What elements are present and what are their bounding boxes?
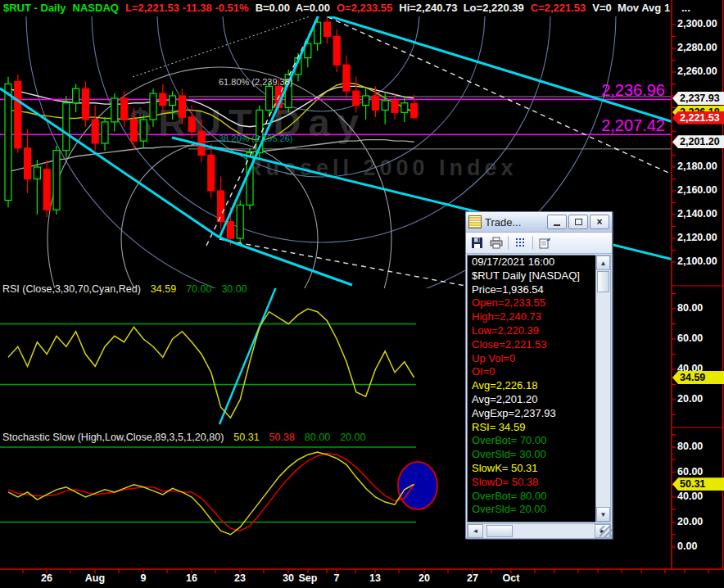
price-axis-label: 2,260.00	[677, 66, 717, 77]
resize-grip[interactable]	[600, 526, 612, 538]
rsi-axis-label: 20.00	[677, 393, 703, 405]
rsi-value-badge: 34.59	[672, 371, 724, 384]
data-window[interactable]: Trade... ×	[465, 211, 613, 539]
time-axis-label-oct: Oct	[503, 572, 520, 584]
data-window-row: Avg=2,201.20	[468, 393, 597, 407]
time-axis-label-20: 20	[419, 572, 430, 584]
data-window-row: Avg=2,226.18	[468, 379, 597, 393]
fib-61-8-label: 61.80% (2,239.33)	[219, 77, 293, 87]
restore-button[interactable]	[568, 215, 588, 229]
price-axis-label: 2,140.00	[677, 208, 717, 219]
scroll-left-arrow[interactable]: ◄	[468, 524, 483, 538]
data-window-row: OverSld= 30.00	[468, 448, 597, 462]
price-axis-label: 2,280.00	[677, 42, 717, 53]
data-window-row: OverBot= 70.00	[468, 434, 597, 448]
data-window-title: Trade...	[485, 216, 545, 228]
price-badge-white: 2,237.93	[672, 92, 724, 105]
data-window-values: 09/17/2021 16:00$RUT Daily [NASDAQ]Price…	[467, 255, 597, 522]
data-window-row: High=2,240.73	[468, 310, 597, 324]
data-window-body: 09/17/2021 16:00$RUT Daily [NASDAQ]Price…	[467, 255, 611, 522]
rsi-overbought-value: 70.00	[186, 283, 211, 295]
data-window-row: OverSld= 20.00	[468, 503, 597, 517]
data-window-row: Up Vol=0	[468, 352, 597, 366]
bid-ask-label: B=0.00 A=0.00	[256, 2, 330, 16]
data-window-row: SlowD= 50.38	[468, 476, 597, 490]
scroll-down-arrow[interactable]: ▼	[596, 507, 610, 522]
last-change-label: L=2,221.53 -11.38 -0.51%	[125, 2, 249, 16]
time-axis-label-sep: Sep	[299, 572, 318, 584]
rsi-axis-label: 80.00	[677, 302, 703, 314]
rsi-indicator-name: RSI (Close,3,30,70,Cyan,Red)	[2, 283, 141, 295]
horizontal-scroll-thumb[interactable]	[486, 525, 513, 537]
time-axis-label-27: 27	[467, 572, 478, 584]
open-label: O=2,233.55	[337, 2, 392, 16]
price-badge-white: 2,201.20	[672, 135, 724, 148]
stoch-value-badge: 50.31	[672, 477, 724, 491]
minimize-button[interactable]	[547, 215, 567, 229]
price-axis-label: 2,100.00	[677, 256, 717, 267]
time-axis-label-16: 16	[186, 572, 197, 584]
price-axis-label: 2,300.00	[677, 18, 717, 29]
price-axis-label: 2,180.00	[677, 161, 717, 172]
rsi-indicator-label-row: RSI (Close,3,30,70,Cyan,Red)34.5970.0030…	[2, 283, 247, 295]
stoch-axis-label: 60.00	[677, 466, 703, 477]
data-window-row: 09/17/2021 16:00	[468, 256, 597, 269]
properties-icon[interactable]	[538, 236, 552, 250]
grid-icon[interactable]	[514, 236, 527, 250]
exchange-label: NASDAQ	[73, 2, 119, 16]
stoch-axis-label: 80.00	[677, 441, 703, 452]
rsi-axis-label: 60.00	[677, 332, 703, 344]
hline-price-label-lower: 2,207.42	[567, 116, 665, 135]
time-axis-label-23: 23	[234, 572, 246, 584]
stoch-indicator-name: Stochastic Slow (High,Low,Close,89,3,5,1…	[2, 432, 224, 443]
close-label: C=2,221.53	[531, 2, 586, 16]
save-icon[interactable]	[470, 236, 484, 250]
time-axis-label-26: 26	[41, 572, 52, 584]
time-axis-label-13: 13	[369, 572, 381, 584]
trading-chart-window: $RUT - Daily NASDAQ L=2,221.53 -11.38 -0…	[0, 0, 724, 588]
time-axis-label-30: 30	[283, 572, 294, 584]
vertical-scrollbar[interactable]: ▲ ▼	[595, 255, 611, 522]
time-axis-label-7: 7	[334, 572, 340, 584]
data-window-row: Price=1,936.54	[468, 283, 597, 297]
price-axis-label: 2,120.00	[677, 232, 717, 243]
data-window-row: $RUT Daily [NASDAQ]	[468, 269, 597, 283]
data-window-toolbar	[466, 233, 612, 254]
symbol-interval-label: $RUT - Daily	[3, 2, 66, 16]
chart-header-bar: $RUT - Daily NASDAQ L=2,221.53 -11.38 -0…	[3, 2, 676, 16]
toolbar-separator	[508, 236, 509, 250]
stoch-axis-label: 20.00	[677, 516, 703, 527]
data-window-row: OverBot= 80.00	[468, 490, 597, 504]
rsi-oversold-value: 30.00	[221, 283, 247, 295]
price-axis-label: 2,160.00	[677, 184, 717, 196]
data-window-titlebar[interactable]: Trade... ×	[466, 212, 612, 233]
data-window-icon	[468, 215, 482, 228]
vertical-scroll-thumb[interactable]	[597, 271, 609, 292]
toolbar-separator	[532, 236, 533, 250]
data-window-row: Open=2,233.55	[468, 296, 597, 310]
volume-indicator-label: V=0 Mov Avg 1	[592, 2, 670, 16]
stoch-slowk-value: 50.31	[233, 432, 259, 443]
time-axis-label-9: 9	[141, 572, 147, 584]
data-window-row: Close=2,221.53	[468, 338, 597, 352]
hi-lo-label: Hi=2,240.73 Lo=2,220.39	[399, 2, 524, 16]
rsi-value: 34.59	[151, 283, 176, 295]
header-overflow-ellipsis[interactable]: ...	[681, 2, 690, 14]
print-icon[interactable]	[489, 236, 503, 250]
stoch-axis-label: 0.00	[677, 541, 697, 552]
stoch-indicator-label-row: Stochastic Slow (High,Low,Close,89,3,5,1…	[2, 432, 365, 443]
fib-38-2-label: 38.20% (2,195.26)	[219, 133, 293, 143]
price-badge-red: 2,221.53	[672, 111, 724, 124]
time-axis-label-aug: Aug	[85, 572, 105, 584]
scroll-up-arrow[interactable]: ▲	[596, 256, 610, 270]
stoch-overbought-value: 80.00	[305, 432, 330, 443]
data-window-row: AvgExp=2,237.93	[468, 407, 597, 421]
data-window-row: Low=2,220.39	[468, 324, 597, 338]
stoch-axis-label: 40.00	[677, 491, 703, 502]
close-button[interactable]: ×	[590, 215, 609, 229]
data-window-row: OI=0	[468, 365, 597, 379]
data-window-row: RSI= 34.59	[468, 421, 597, 435]
data-window-row: SlowK= 50.31	[468, 462, 597, 476]
horizontal-scrollbar[interactable]: ◄ ►	[467, 523, 611, 539]
hline-price-label-upper: 2,236.96	[567, 81, 665, 100]
